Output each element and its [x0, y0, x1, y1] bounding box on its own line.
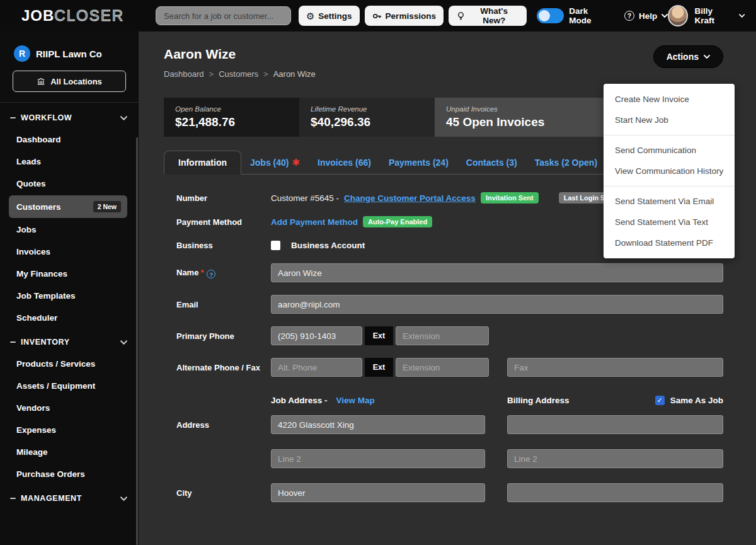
settings-button[interactable]: ⚙ Settings	[299, 6, 360, 26]
job-address-field[interactable]	[271, 415, 485, 434]
address-label: Address	[176, 420, 271, 430]
tab-jobs[interactable]: Jobs (40)✱	[241, 151, 309, 174]
billing-address-field[interactable]	[507, 415, 723, 434]
sidebar-item-vendors[interactable]: Vendors	[9, 398, 127, 418]
section-label: MANAGEMENT	[21, 494, 82, 503]
menu-item-send-communication[interactable]: Send Communication	[604, 140, 735, 161]
tab-label: Information	[178, 158, 227, 168]
form-row-address-headers: Job Address - View Map Billing Address ✓…	[176, 396, 723, 405]
nav-item-label: My Finances	[16, 269, 67, 278]
breadcrumb-dashboard[interactable]: Dashboard	[164, 69, 204, 79]
job-city-field[interactable]	[271, 483, 485, 502]
menu-item-create-new-invoice[interactable]: Create New Invoice	[604, 89, 735, 110]
whats-new-button[interactable]: What's New?	[449, 6, 527, 26]
nav-section-workflow[interactable]: WORKFLOW	[0, 105, 139, 129]
tab-contacts[interactable]: Contacts (3)	[457, 151, 526, 174]
main-content: Aaron Wize Dashboard > Customers > Aaron…	[139, 32, 756, 545]
nav-item-label: Quotes	[16, 179, 46, 188]
nav-item-label: Products / Services	[16, 359, 95, 369]
sidebar-item-scheduler[interactable]: Scheduler	[9, 307, 127, 328]
sidebar-item-products-services[interactable]: Products / Services	[9, 353, 127, 374]
billing-city-field[interactable]	[507, 483, 723, 502]
sidebar-item-job-templates[interactable]: Job Templates	[9, 285, 127, 306]
dark-mode-toggle[interactable]	[537, 8, 564, 23]
sidebar-item-jobs[interactable]: Jobs	[9, 219, 127, 240]
nav-item-label: Invoices	[16, 247, 50, 256]
change-portal-access-link[interactable]: Change Customer Portal Access	[344, 193, 476, 203]
nav-item-label: Leads	[16, 157, 41, 166]
tab-label: Payments (24)	[389, 158, 449, 168]
sidebar-item-quotes[interactable]: Quotes	[9, 173, 127, 194]
whats-new-label: What's New?	[469, 6, 519, 25]
all-locations-button[interactable]: All Locations	[13, 71, 126, 92]
sidebar-item-my-finances[interactable]: My Finances	[9, 263, 127, 284]
menu-item-send-statement-text[interactable]: Send Statement Via Text	[604, 212, 735, 232]
menu-item-download-statement-pdf[interactable]: Download Statement PDF	[604, 232, 735, 253]
menu-item-start-new-job[interactable]: Start New Job	[604, 110, 735, 130]
tab-payments[interactable]: Payments (24)	[380, 151, 457, 174]
form-row-email: Email	[176, 295, 723, 314]
section-label: INVENTORY	[21, 338, 70, 347]
alt-phone-fax-label: Alternate Phone / Fax	[176, 358, 271, 373]
caret-down-icon	[704, 55, 710, 59]
tab-tasks[interactable]: Tasks (2 Open)	[526, 151, 606, 174]
gear-icon: ⚙	[306, 11, 314, 21]
invitation-sent-badge: Invitation Sent	[481, 192, 539, 204]
company-logo: R	[14, 45, 30, 62]
sidebar-item-invoices[interactable]: Invoices	[9, 241, 127, 262]
nav-item-label: Jobs	[16, 225, 37, 234]
primary-extension-field[interactable]	[396, 326, 489, 345]
billing-line2-field[interactable]	[507, 449, 723, 468]
chevron-down-icon	[739, 14, 745, 18]
stat-label: Open Balance	[175, 105, 288, 113]
nav-item-label: Job Templates	[16, 291, 76, 301]
actions-button[interactable]: Actions	[653, 45, 723, 68]
building-icon	[37, 77, 45, 86]
customer-number: Customer #5645 -	[271, 193, 339, 203]
alt-extension-field[interactable]	[396, 358, 489, 377]
breadcrumb-customers[interactable]: Customers	[219, 69, 258, 79]
user-menu[interactable]: Billy Kraft	[668, 5, 745, 26]
sidebar-item-customers[interactable]: Customers 2 New	[9, 195, 127, 218]
search-input[interactable]	[156, 6, 291, 25]
sidebar-item-dashboard[interactable]: Dashboard	[9, 129, 127, 150]
job-line2-field[interactable]	[271, 449, 485, 468]
name-field[interactable]	[271, 263, 723, 282]
fax-field[interactable]	[507, 358, 723, 377]
nav-section-inventory[interactable]: INVENTORY	[0, 330, 139, 353]
nav-section-management[interactable]: MANAGEMENT	[0, 486, 139, 510]
breadcrumb-separator: >	[209, 69, 214, 79]
primary-phone-field[interactable]	[271, 326, 362, 345]
section-dash-icon	[10, 117, 16, 118]
sidebar-item-expenses[interactable]: Expenses	[9, 420, 127, 440]
business-account-checkbox[interactable]	[271, 241, 280, 250]
permissions-label: Permissions	[386, 11, 436, 21]
lightbulb-icon	[456, 11, 466, 21]
same-as-job-checkbox[interactable]: ✓	[655, 396, 665, 405]
menu-item-view-communication-history[interactable]: View Communication History	[604, 161, 735, 181]
nav-item-label: Customers	[16, 202, 61, 212]
city-label: City	[176, 488, 271, 498]
sidebar-item-assets-equipment[interactable]: Assets / Equipment	[9, 376, 127, 396]
ext-tag: Ext	[365, 358, 393, 377]
help-circle-icon[interactable]: ?	[207, 270, 215, 278]
help-menu[interactable]: ? Help	[624, 11, 668, 21]
view-map-link[interactable]: View Map	[336, 396, 375, 405]
sidebar-item-mileage[interactable]: Mileage	[9, 442, 127, 462]
number-label: Number	[176, 193, 271, 204]
tab-information[interactable]: Information	[164, 151, 241, 175]
sidebar-item-leads[interactable]: Leads	[9, 151, 127, 172]
billing-address-heading: Billing Address	[507, 396, 570, 405]
alt-phone-field[interactable]	[271, 358, 362, 377]
sidebar-item-purchase-orders[interactable]: Purchase Orders	[9, 464, 127, 485]
add-payment-method-link[interactable]: Add Payment Method	[271, 217, 358, 227]
sidebar-scrollbar[interactable]	[136, 137, 138, 545]
breadcrumb-current: Aaron Wize	[273, 69, 316, 79]
email-field[interactable]	[271, 295, 723, 314]
menu-item-send-statement-email[interactable]: Send Statement Via Email	[604, 191, 735, 212]
stat-value: $40,296.36	[311, 115, 423, 129]
settings-label: Settings	[318, 11, 352, 21]
permissions-button[interactable]: Permissions	[365, 6, 444, 26]
tab-invoices[interactable]: Invoices (66)	[309, 151, 380, 174]
nav-item-label: Assets / Equipment	[16, 381, 95, 391]
